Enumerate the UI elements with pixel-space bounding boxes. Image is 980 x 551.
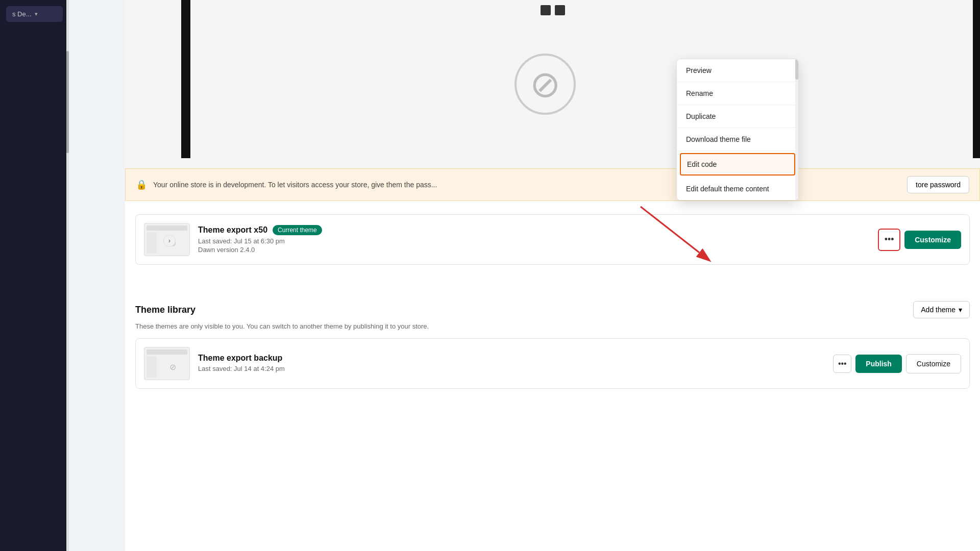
- preview-top-icons: [541, 5, 565, 15]
- sidebar-dropdown-icon[interactable]: ▾: [35, 11, 38, 17]
- add-theme-chevron-icon: ▾: [959, 306, 962, 314]
- library-header: Theme library Add theme ▾: [135, 301, 970, 318]
- current-theme-info: Theme export x50 Current theme Last save…: [198, 225, 870, 255]
- current-theme-dots-button[interactable]: •••: [878, 229, 900, 251]
- dropdown-scrollbar[interactable]: [795, 59, 798, 200]
- main-content: 🔒 Your online store is in development. T…: [69, 0, 980, 551]
- content-panel: 🔒 Your online store is in development. T…: [125, 0, 980, 551]
- sidebar: s De... ▾: [0, 0, 69, 551]
- preview-bar-left: [181, 0, 190, 158]
- dropdown-preview-item[interactable]: Preview: [677, 59, 798, 82]
- lib-thumb-inner: ⊘: [144, 347, 189, 380]
- current-theme-badge: Current theme: [273, 225, 322, 235]
- dropdown-download-item[interactable]: Download theme file: [677, 128, 798, 151]
- theme-library-section: Theme library Add theme ▾ These themes a…: [125, 291, 980, 399]
- thumb-header: [146, 226, 187, 231]
- lib-thumb-no-image-icon: ⊘: [169, 362, 176, 372]
- library-theme-item: ⊘ Theme export backup Last saved: Jul 14…: [135, 338, 970, 389]
- current-theme-name: Theme export x50: [198, 226, 267, 235]
- lock-icon: 🔒: [136, 179, 147, 190]
- current-theme-version: Dawn version 2.4.0: [198, 246, 870, 254]
- library-title: Theme library: [135, 305, 195, 315]
- current-theme-saved: Last saved: Jul 15 at 6:30 pm: [198, 237, 870, 245]
- library-theme-dots-button[interactable]: •••: [833, 355, 851, 373]
- add-theme-button[interactable]: Add theme ▾: [913, 301, 970, 318]
- sidebar-brand[interactable]: s De... ▾: [6, 6, 63, 22]
- dropdown-edit-code-item[interactable]: Edit code: [680, 153, 795, 176]
- add-theme-label: Add theme: [921, 306, 955, 314]
- library-theme-saved: Last saved: Jul 14 at 4:24 pm: [198, 365, 825, 372]
- preview-icon-1: [541, 5, 551, 15]
- dev-banner: 🔒 Your online store is in development. T…: [125, 168, 980, 201]
- sidebar-header: s De... ▾: [0, 0, 69, 28]
- collapse-sidebar-button[interactable]: ›: [163, 235, 176, 247]
- current-theme-item: ⊘ Theme export x50 Current theme Last sa…: [135, 214, 970, 265]
- current-theme-customize-button[interactable]: Customize: [904, 231, 961, 249]
- theme-preview-area: [125, 0, 980, 168]
- library-subtitle: These themes are only visible to you. Yo…: [135, 322, 970, 330]
- preview-bar-right: [973, 0, 980, 158]
- lib-thumb-main: ⊘: [158, 356, 187, 378]
- thumb-sidebar: [146, 232, 157, 254]
- library-theme-actions: ••• Publish Customize: [833, 354, 961, 373]
- current-theme-title-row: Theme export x50 Current theme: [198, 225, 870, 235]
- preview-icon-2: [555, 5, 565, 15]
- dropdown-scrollbar-thumb: [795, 59, 798, 80]
- store-password-button[interactable]: tore password: [907, 176, 969, 193]
- dropdown-edit-default-item[interactable]: Edit default theme content: [677, 178, 798, 200]
- library-theme-title-row: Theme export backup: [198, 354, 825, 363]
- lib-thumb-content: ⊘: [146, 356, 187, 378]
- dropdown-rename-item[interactable]: Rename: [677, 82, 798, 105]
- library-theme-thumbnail: ⊘: [144, 347, 190, 380]
- lib-thumb-header: [146, 349, 187, 355]
- sidebar-brand-text: s De...: [12, 10, 32, 18]
- dropdown-duplicate-item[interactable]: Duplicate: [677, 105, 798, 128]
- library-customize-button[interactable]: Customize: [906, 354, 961, 373]
- lib-thumb-sidebar: [146, 356, 157, 378]
- library-theme-info: Theme export backup Last saved: Jul 14 a…: [198, 354, 825, 373]
- library-theme-name: Theme export backup: [198, 354, 282, 363]
- preview-placeholder-icon: [514, 54, 576, 115]
- current-theme-actions: ••• Customize: [878, 229, 961, 251]
- theme-dropdown-menu: Preview Rename Duplicate Download theme …: [676, 59, 799, 201]
- publish-button[interactable]: Publish: [855, 355, 902, 373]
- current-theme-section: ⊘ Theme export x50 Current theme Last sa…: [125, 204, 980, 275]
